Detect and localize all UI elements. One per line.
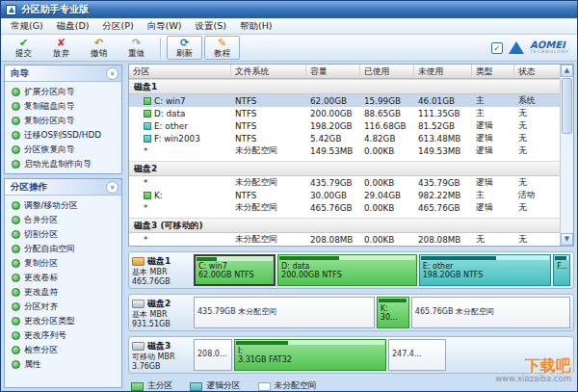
check-badge-icon: ✓ bbox=[491, 42, 503, 54]
menu-bar: 常规(G) 磁盘(D) 分区(P) 向导(W) 设置(S) 帮助(H) bbox=[1, 18, 577, 35]
collapse-chevron-icon[interactable]: » bbox=[106, 181, 118, 194]
discard-button[interactable]: ✘ 放弃 bbox=[43, 36, 79, 60]
partition-block-i[interactable]: I: 3.31GB FAT32 bbox=[234, 339, 386, 371]
sidebar-item-migrate-os-to-ssd-hdd[interactable]: 迁移OS到SSD/HDD bbox=[6, 128, 120, 143]
redo-icon: ↷ bbox=[132, 38, 141, 48]
legend: 主分区 逻辑分区 未分配空间 bbox=[128, 379, 574, 392]
sidebar-item-bootable-cd-wizard[interactable]: 启动光盘制作向导 bbox=[6, 157, 120, 171]
sidebar-item-split-partition[interactable]: 切割分区 bbox=[6, 227, 120, 242]
menu-general[interactable]: 常规(G) bbox=[4, 18, 50, 35]
menu-partition[interactable]: 分区(P) bbox=[96, 18, 141, 35]
sidebar-item-allocate-free-space[interactable]: 分配自由空间 bbox=[6, 242, 120, 256]
column-header-status[interactable]: 状态 bbox=[514, 65, 560, 78]
table-row[interactable]: * 未分配空间 149.53MB 0.00KB 149.53MB 逻辑 无 bbox=[129, 144, 560, 157]
table-row[interactable]: F: win2003 NTFS 5.42GB 4.82GB 613.48MB 逻… bbox=[129, 132, 560, 144]
scrollbar-track[interactable] bbox=[561, 77, 573, 233]
sidebar-item-properties[interactable]: 属性 bbox=[6, 357, 120, 372]
disk-info[interactable]: 磁盘2 基本 MBR 931.51GB bbox=[132, 297, 190, 328]
column-header-partition[interactable]: 分区 bbox=[129, 65, 231, 78]
column-header-filesystem[interactable]: 文件系统 bbox=[231, 65, 306, 78]
wizard-icon bbox=[12, 145, 20, 154]
column-header-type[interactable]: 类型 bbox=[472, 65, 514, 78]
logical-partition-icon bbox=[144, 135, 151, 143]
sidebar-item-change-label[interactable]: 更改卷标 bbox=[6, 271, 120, 285]
unallocated-block[interactable]: 435.79GB 未分配空间 bbox=[194, 297, 375, 328]
menu-wizard[interactable]: 向导(W) bbox=[141, 18, 189, 35]
operation-icon bbox=[12, 317, 20, 326]
unallocated-swatch bbox=[258, 382, 271, 391]
sidebar-item-partition-recovery-wizard[interactable]: 分区恢复向导 bbox=[6, 143, 120, 157]
sidebar-item-change-partition-type[interactable]: 更改分区类型 bbox=[6, 314, 120, 328]
usage-strip bbox=[279, 256, 415, 260]
partition-block-f[interactable]: F... bbox=[553, 254, 570, 286]
table-row[interactable]: E: other NTFS 198.20GB 116.68GB 81.52GB … bbox=[129, 119, 560, 132]
table-row[interactable]: * 未分配空间 465.76GB 0.00KB 465.76GB 逻辑 无 bbox=[129, 201, 560, 214]
unused-cell: 613.48MB bbox=[414, 134, 472, 144]
table-row[interactable]: D: data NTFS 200.00GB 88.65GB 111.35GB 主… bbox=[129, 107, 560, 119]
operations-panel-header[interactable]: 分区操作 » bbox=[5, 179, 121, 196]
partition-block-k[interactable]: K: 30... bbox=[377, 297, 409, 328]
sidebar-item-copy-partition-wizard[interactable]: 复制分区向导 bbox=[6, 114, 120, 128]
scroll-up-icon[interactable]: ▲ bbox=[561, 65, 573, 77]
primary-partition-icon bbox=[144, 192, 151, 199]
sidebar-item-copy-disk-wizard[interactable]: 复制磁盘向导 bbox=[6, 99, 120, 114]
unused-cell: 435.79GB bbox=[414, 178, 472, 188]
sidebar-item-extend-partition-wizard[interactable]: 扩展分区向导 bbox=[6, 85, 120, 99]
disk-group-header[interactable]: 磁盘3 (可移动的) bbox=[129, 218, 560, 233]
sidebar-item-change-serial-number[interactable]: 更改序列号 bbox=[6, 328, 120, 343]
wizard-icon bbox=[12, 117, 20, 125]
scrollbar-thumb[interactable] bbox=[562, 78, 572, 134]
table-row[interactable]: C: win7 NTFS 62.00GB 15.99GB 46.01GB 主 系… bbox=[129, 94, 560, 107]
tutorial-button[interactable]: ✎ 教程 bbox=[204, 36, 240, 60]
undo-icon: ↶ bbox=[94, 38, 103, 48]
refresh-button[interactable]: ⟳ 刷新 bbox=[167, 36, 202, 60]
sidebar-item-merge-partitions[interactable]: 合并分区 bbox=[6, 213, 120, 227]
unused-cell: 465.76GB bbox=[414, 203, 472, 213]
partition-block-d[interactable]: D: data 200.00GB NTFS bbox=[277, 254, 417, 286]
partition-block-e[interactable]: E: other 198.20GB NTFS bbox=[419, 254, 551, 286]
disk-kind: 基本 MBR bbox=[132, 310, 190, 320]
refresh-icon: ⟳ bbox=[180, 38, 189, 48]
filesystem-cell: 未分配空间 bbox=[231, 202, 306, 214]
menu-settings[interactable]: 设置(S) bbox=[188, 18, 232, 35]
vertical-scrollbar[interactable]: ▲ ▼ bbox=[560, 65, 573, 246]
column-header-capacity[interactable]: 容量 bbox=[306, 65, 360, 78]
collapse-chevron-icon[interactable]: » bbox=[106, 67, 118, 80]
sidebar-item-copy-partition[interactable]: 复制分区 bbox=[6, 256, 120, 271]
operation-icon bbox=[12, 288, 20, 297]
logical-partition-icon bbox=[144, 122, 151, 130]
brand-subtitle: TECHNOLOGY bbox=[530, 50, 569, 55]
disk-map-area: 磁盘1 基本 MBR 465.76GB C: win7 62.00GB NTFS… bbox=[128, 251, 574, 374]
table-row[interactable]: * 未分配空间 208.08MB 0.00KB 208.08MB 无 无 bbox=[129, 233, 560, 246]
unused-cell: 982.22MB bbox=[414, 191, 472, 200]
disk-info[interactable]: 磁盘1 基本 MBR 465.76GB bbox=[132, 254, 190, 286]
sidebar-item-change-drive-letter[interactable]: 更改盘符 bbox=[6, 285, 120, 300]
disk-icon bbox=[132, 300, 144, 308]
menu-help[interactable]: 帮助(H) bbox=[233, 18, 279, 35]
unallocated-block[interactable]: 247.4... bbox=[388, 339, 446, 371]
unallocated-block[interactable]: 208.0... bbox=[194, 339, 232, 371]
capacity-cell: 200.00GB bbox=[306, 109, 360, 118]
sidebar-item-partition-alignment[interactable]: 分区对齐 bbox=[6, 300, 120, 314]
table-row[interactable]: K: NTFS 30.00GB 29.04GB 982.22MB 主 活动 bbox=[129, 189, 560, 201]
undo-button[interactable]: ↶ 撤销 bbox=[81, 36, 117, 60]
disk-icon bbox=[132, 342, 144, 351]
column-header-used[interactable]: 已使用 bbox=[360, 65, 414, 78]
disk-group-header[interactable]: 磁盘2 bbox=[129, 161, 560, 176]
unallocated-block[interactable]: 465.76GB 未分配空间 bbox=[411, 297, 570, 328]
scroll-down-icon[interactable]: ▼ bbox=[561, 233, 573, 246]
partition-name-cell: C: win7 bbox=[129, 96, 231, 106]
title-bar[interactable]: 分区助手专业版 bbox=[1, 1, 577, 18]
wizards-panel-header[interactable]: 向导 » bbox=[5, 65, 121, 82]
sidebar-item-resize-move-partition[interactable]: 调整/移动分区 bbox=[6, 198, 120, 213]
menu-disk[interactable]: 磁盘(D) bbox=[50, 18, 96, 35]
column-header-unused[interactable]: 未使用 bbox=[414, 65, 472, 78]
disk-group-header[interactable]: 磁盘1 bbox=[129, 79, 560, 94]
partition-block-c[interactable]: C: win7 62.00GB NTFS bbox=[194, 254, 276, 286]
sidebar-item-check-partition[interactable]: 检查分区 bbox=[6, 343, 120, 357]
redo-button[interactable]: ↷ 重做 bbox=[118, 36, 154, 60]
disk-info[interactable]: 磁盘3 可移动 MBR 3.76GB bbox=[132, 339, 190, 371]
disk-size: 3.76GB bbox=[132, 362, 190, 372]
apply-button[interactable]: ✔ 提交 bbox=[6, 36, 41, 60]
table-row[interactable]: * 未分配空间 435.79GB 0.00KB 435.79GB 逻辑 无 bbox=[129, 176, 560, 189]
